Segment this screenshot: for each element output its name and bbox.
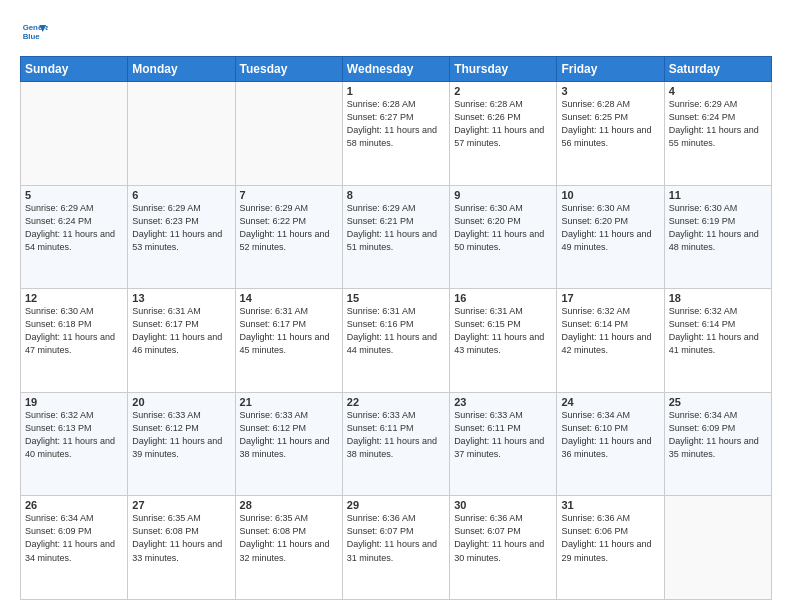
- day-detail: Sunrise: 6:30 AM Sunset: 6:18 PM Dayligh…: [25, 305, 123, 357]
- day-number: 13: [132, 292, 230, 304]
- calendar-cell: 9Sunrise: 6:30 AM Sunset: 6:20 PM Daylig…: [450, 185, 557, 289]
- calendar-cell: 30Sunrise: 6:36 AM Sunset: 6:07 PM Dayli…: [450, 496, 557, 600]
- day-number: 10: [561, 189, 659, 201]
- calendar-cell: 24Sunrise: 6:34 AM Sunset: 6:10 PM Dayli…: [557, 392, 664, 496]
- day-detail: Sunrise: 6:35 AM Sunset: 6:08 PM Dayligh…: [132, 512, 230, 564]
- weekday-header-thursday: Thursday: [450, 57, 557, 82]
- day-detail: Sunrise: 6:33 AM Sunset: 6:11 PM Dayligh…: [347, 409, 445, 461]
- day-number: 18: [669, 292, 767, 304]
- weekday-header-sunday: Sunday: [21, 57, 128, 82]
- day-detail: Sunrise: 6:34 AM Sunset: 6:09 PM Dayligh…: [669, 409, 767, 461]
- day-number: 12: [25, 292, 123, 304]
- calendar-cell: 12Sunrise: 6:30 AM Sunset: 6:18 PM Dayli…: [21, 289, 128, 393]
- day-number: 1: [347, 85, 445, 97]
- calendar-cell: [21, 82, 128, 186]
- svg-text:Blue: Blue: [23, 32, 41, 41]
- day-detail: Sunrise: 6:31 AM Sunset: 6:17 PM Dayligh…: [240, 305, 338, 357]
- day-number: 23: [454, 396, 552, 408]
- calendar-cell: 6Sunrise: 6:29 AM Sunset: 6:23 PM Daylig…: [128, 185, 235, 289]
- day-detail: Sunrise: 6:28 AM Sunset: 6:26 PM Dayligh…: [454, 98, 552, 150]
- calendar-cell: 25Sunrise: 6:34 AM Sunset: 6:09 PM Dayli…: [664, 392, 771, 496]
- week-row-5: 26Sunrise: 6:34 AM Sunset: 6:09 PM Dayli…: [21, 496, 772, 600]
- calendar-cell: 23Sunrise: 6:33 AM Sunset: 6:11 PM Dayli…: [450, 392, 557, 496]
- day-number: 29: [347, 499, 445, 511]
- day-detail: Sunrise: 6:35 AM Sunset: 6:08 PM Dayligh…: [240, 512, 338, 564]
- calendar-cell: 15Sunrise: 6:31 AM Sunset: 6:16 PM Dayli…: [342, 289, 449, 393]
- day-detail: Sunrise: 6:36 AM Sunset: 6:07 PM Dayligh…: [454, 512, 552, 564]
- day-detail: Sunrise: 6:29 AM Sunset: 6:21 PM Dayligh…: [347, 202, 445, 254]
- calendar-table: SundayMondayTuesdayWednesdayThursdayFrid…: [20, 56, 772, 600]
- day-number: 8: [347, 189, 445, 201]
- calendar-cell: 26Sunrise: 6:34 AM Sunset: 6:09 PM Dayli…: [21, 496, 128, 600]
- day-number: 9: [454, 189, 552, 201]
- calendar-cell: 14Sunrise: 6:31 AM Sunset: 6:17 PM Dayli…: [235, 289, 342, 393]
- calendar-cell: 17Sunrise: 6:32 AM Sunset: 6:14 PM Dayli…: [557, 289, 664, 393]
- calendar-cell: 13Sunrise: 6:31 AM Sunset: 6:17 PM Dayli…: [128, 289, 235, 393]
- day-number: 14: [240, 292, 338, 304]
- day-detail: Sunrise: 6:31 AM Sunset: 6:15 PM Dayligh…: [454, 305, 552, 357]
- weekday-header-saturday: Saturday: [664, 57, 771, 82]
- weekday-header-row: SundayMondayTuesdayWednesdayThursdayFrid…: [21, 57, 772, 82]
- day-detail: Sunrise: 6:29 AM Sunset: 6:24 PM Dayligh…: [669, 98, 767, 150]
- day-number: 25: [669, 396, 767, 408]
- calendar-cell: 27Sunrise: 6:35 AM Sunset: 6:08 PM Dayli…: [128, 496, 235, 600]
- day-detail: Sunrise: 6:32 AM Sunset: 6:14 PM Dayligh…: [669, 305, 767, 357]
- day-detail: Sunrise: 6:31 AM Sunset: 6:17 PM Dayligh…: [132, 305, 230, 357]
- day-number: 27: [132, 499, 230, 511]
- day-detail: Sunrise: 6:29 AM Sunset: 6:22 PM Dayligh…: [240, 202, 338, 254]
- day-detail: Sunrise: 6:28 AM Sunset: 6:25 PM Dayligh…: [561, 98, 659, 150]
- day-detail: Sunrise: 6:29 AM Sunset: 6:24 PM Dayligh…: [25, 202, 123, 254]
- day-number: 11: [669, 189, 767, 201]
- day-number: 22: [347, 396, 445, 408]
- day-detail: Sunrise: 6:36 AM Sunset: 6:07 PM Dayligh…: [347, 512, 445, 564]
- day-number: 17: [561, 292, 659, 304]
- week-row-4: 19Sunrise: 6:32 AM Sunset: 6:13 PM Dayli…: [21, 392, 772, 496]
- week-row-2: 5Sunrise: 6:29 AM Sunset: 6:24 PM Daylig…: [21, 185, 772, 289]
- calendar-cell: 29Sunrise: 6:36 AM Sunset: 6:07 PM Dayli…: [342, 496, 449, 600]
- calendar-cell: [128, 82, 235, 186]
- calendar-cell: 8Sunrise: 6:29 AM Sunset: 6:21 PM Daylig…: [342, 185, 449, 289]
- week-row-3: 12Sunrise: 6:30 AM Sunset: 6:18 PM Dayli…: [21, 289, 772, 393]
- calendar-cell: 7Sunrise: 6:29 AM Sunset: 6:22 PM Daylig…: [235, 185, 342, 289]
- day-detail: Sunrise: 6:30 AM Sunset: 6:20 PM Dayligh…: [454, 202, 552, 254]
- day-detail: Sunrise: 6:33 AM Sunset: 6:12 PM Dayligh…: [240, 409, 338, 461]
- day-detail: Sunrise: 6:32 AM Sunset: 6:14 PM Dayligh…: [561, 305, 659, 357]
- day-detail: Sunrise: 6:32 AM Sunset: 6:13 PM Dayligh…: [25, 409, 123, 461]
- week-row-1: 1Sunrise: 6:28 AM Sunset: 6:27 PM Daylig…: [21, 82, 772, 186]
- day-number: 4: [669, 85, 767, 97]
- day-detail: Sunrise: 6:34 AM Sunset: 6:10 PM Dayligh…: [561, 409, 659, 461]
- day-number: 6: [132, 189, 230, 201]
- calendar-cell: 31Sunrise: 6:36 AM Sunset: 6:06 PM Dayli…: [557, 496, 664, 600]
- day-detail: Sunrise: 6:34 AM Sunset: 6:09 PM Dayligh…: [25, 512, 123, 564]
- calendar-cell: [235, 82, 342, 186]
- calendar-cell: 11Sunrise: 6:30 AM Sunset: 6:19 PM Dayli…: [664, 185, 771, 289]
- day-detail: Sunrise: 6:30 AM Sunset: 6:20 PM Dayligh…: [561, 202, 659, 254]
- day-detail: Sunrise: 6:31 AM Sunset: 6:16 PM Dayligh…: [347, 305, 445, 357]
- day-detail: Sunrise: 6:33 AM Sunset: 6:12 PM Dayligh…: [132, 409, 230, 461]
- header: General Blue: [20, 18, 772, 46]
- day-number: 28: [240, 499, 338, 511]
- weekday-header-wednesday: Wednesday: [342, 57, 449, 82]
- calendar-cell: 2Sunrise: 6:28 AM Sunset: 6:26 PM Daylig…: [450, 82, 557, 186]
- day-number: 26: [25, 499, 123, 511]
- day-number: 24: [561, 396, 659, 408]
- day-number: 20: [132, 396, 230, 408]
- day-number: 2: [454, 85, 552, 97]
- day-number: 16: [454, 292, 552, 304]
- page: General Blue SundayMondayTuesdayWednesda…: [0, 0, 792, 612]
- weekday-header-tuesday: Tuesday: [235, 57, 342, 82]
- day-number: 15: [347, 292, 445, 304]
- day-number: 7: [240, 189, 338, 201]
- day-detail: Sunrise: 6:28 AM Sunset: 6:27 PM Dayligh…: [347, 98, 445, 150]
- calendar-cell: 28Sunrise: 6:35 AM Sunset: 6:08 PM Dayli…: [235, 496, 342, 600]
- calendar-cell: [664, 496, 771, 600]
- calendar-cell: 3Sunrise: 6:28 AM Sunset: 6:25 PM Daylig…: [557, 82, 664, 186]
- weekday-header-friday: Friday: [557, 57, 664, 82]
- calendar-cell: 22Sunrise: 6:33 AM Sunset: 6:11 PM Dayli…: [342, 392, 449, 496]
- day-detail: Sunrise: 6:30 AM Sunset: 6:19 PM Dayligh…: [669, 202, 767, 254]
- calendar-cell: 16Sunrise: 6:31 AM Sunset: 6:15 PM Dayli…: [450, 289, 557, 393]
- day-number: 21: [240, 396, 338, 408]
- day-number: 3: [561, 85, 659, 97]
- calendar-cell: 19Sunrise: 6:32 AM Sunset: 6:13 PM Dayli…: [21, 392, 128, 496]
- logo-icon: General Blue: [20, 18, 48, 46]
